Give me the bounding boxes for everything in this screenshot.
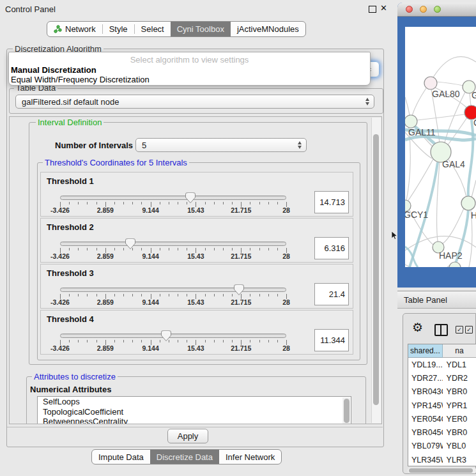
- settings-vertical-scrollbar[interactable]: [371, 118, 381, 423]
- network-node-gal11[interactable]: [405, 115, 417, 128]
- tab-select[interactable]: Select: [135, 22, 171, 36]
- gear-icon[interactable]: ⚙: [412, 321, 423, 334]
- slider-tick: [268, 340, 269, 342]
- threshold-4-slider-thumb[interactable]: [160, 330, 172, 342]
- threshold-1-slider-track[interactable]: [60, 196, 286, 200]
- network-canvas[interactable]: GAL80GCGAL11GAL4GCY1HHAP2: [405, 27, 476, 267]
- dropdown-option-manual-discretization[interactable]: Manual Discretization: [11, 65, 96, 75]
- slider-tick: [223, 202, 224, 204]
- network-node[interactable]: [449, 262, 461, 267]
- network-node-label: C: [473, 118, 476, 128]
- table-row[interactable]: YDL19...YDL1: [408, 358, 476, 371]
- close-icon[interactable]: ✕: [380, 3, 387, 13]
- slider-tick-label: 28: [282, 252, 290, 260]
- bottom-tab-label: Discretize Data: [157, 452, 213, 462]
- attributes-list-scrollbar[interactable]: [342, 397, 350, 424]
- threshold-4-value-field[interactable]: 11.344: [314, 329, 349, 351]
- bottom-tab-discretize-data[interactable]: Discretize Data: [150, 450, 219, 464]
- tab-style[interactable]: Style: [103, 22, 134, 36]
- network-edge[interactable]: [443, 208, 464, 243]
- threshold-3-slider-thumb[interactable]: [233, 284, 245, 296]
- attribute-item-selfloops[interactable]: SelfLoops: [38, 397, 351, 407]
- slider-tick: [69, 248, 70, 250]
- checkbox-icon[interactable]: ✓: [456, 326, 463, 334]
- network-edge[interactable]: [433, 57, 476, 77]
- slider-tick-label: 21.715: [231, 206, 251, 214]
- threshold-2-slider-thumb[interactable]: [125, 238, 136, 250]
- checkbox-icon[interactable]: ✓: [465, 326, 473, 334]
- table-horizontal-scrollbar[interactable]: [408, 468, 476, 473]
- scrollbar-thumb[interactable]: [409, 468, 473, 473]
- numerical-attributes-label: Numerical Attributes: [30, 385, 111, 394]
- attribute-item-topologicalcoefficient[interactable]: TopologicalCoefficient: [38, 407, 351, 417]
- network-edge[interactable]: [437, 162, 440, 242]
- tab-jactivemnodules[interactable]: jActiveMNodules: [231, 22, 305, 36]
- settings-scrollpane: Interval Definition Number of Intervals …: [9, 116, 382, 424]
- network-window-titlebar: [397, 3, 476, 17]
- slider-tick-label: 9.144: [142, 344, 158, 352]
- network-edge[interactable]: [436, 82, 463, 86]
- threshold-4-slider-track[interactable]: [60, 334, 286, 338]
- thresholds-group-label: Threshold's Coordinates for 5 Intervals: [43, 158, 189, 167]
- table-row[interactable]: YBR045CYBR0: [408, 426, 476, 439]
- apply-button[interactable]: Apply: [167, 429, 208, 443]
- slider-tick: [87, 294, 88, 296]
- slider-tick: [160, 248, 160, 250]
- slider-tick-label: 15.43: [187, 298, 204, 306]
- attribute-item-betweennesscentrality[interactable]: BetweennessCentrality: [38, 417, 351, 424]
- network-edge[interactable]: [405, 97, 410, 116]
- minimize-traffic-light[interactable]: [420, 6, 427, 13]
- network-edge[interactable]: [417, 114, 464, 120]
- tab-network[interactable]: Network: [47, 22, 102, 36]
- number-of-intervals-spinner[interactable]: 5: [135, 138, 307, 152]
- slider-tick: [141, 248, 142, 250]
- network-edge[interactable]: [472, 180, 476, 197]
- network-edge[interactable]: [408, 159, 433, 201]
- table-data-combobox[interactable]: galFiltered.sif default node: [15, 95, 374, 109]
- slider-tick: [141, 340, 142, 342]
- threshold-3-value-field[interactable]: 21.4: [314, 283, 349, 305]
- threshold-1-value-field[interactable]: 14.713: [314, 191, 349, 213]
- bottom-tab-infer-network[interactable]: Infer Network: [219, 450, 281, 464]
- network-edge-highlighted[interactable]: [454, 120, 473, 267]
- slider-tick: [232, 202, 233, 204]
- tab-label: Network: [65, 24, 96, 34]
- dropdown-option-equal-width-frequency[interactable]: Equal Width/Frequency Discretization: [11, 75, 150, 84]
- threshold-3-slider-track[interactable]: [60, 288, 286, 292]
- slider-tick: [268, 294, 269, 296]
- table-row[interactable]: YLR345WYLR3: [408, 453, 476, 466]
- threshold-1-slider-thumb[interactable]: [185, 192, 196, 204]
- table-row[interactable]: YPR145WYPR1: [408, 399, 476, 412]
- cell-name: YER0: [443, 415, 476, 424]
- threshold-2-value-field[interactable]: 6.316: [314, 237, 349, 259]
- slider-tick-label: -3.426: [50, 206, 70, 214]
- tab-cyni-toolbox[interactable]: Cyni Toolbox: [171, 22, 231, 36]
- network-edge[interactable]: [470, 93, 471, 106]
- network-edge[interactable]: [412, 88, 426, 116]
- table-row[interactable]: YDR27...YDR2: [408, 371, 476, 385]
- slider-tick: [259, 294, 260, 296]
- bottom-tab-impute-data[interactable]: Impute Data: [92, 450, 150, 464]
- threshold-2-slider-track[interactable]: [60, 242, 286, 246]
- zoom-traffic-light[interactable]: [434, 6, 441, 13]
- slider-tick-label: 15.43: [187, 252, 204, 260]
- numerical-attributes-list[interactable]: SelfLoopsTopologicalCoefficientBetweenne…: [37, 396, 351, 424]
- column-header-shared-name[interactable]: shared...: [408, 344, 443, 358]
- network-node-gal80[interactable]: [424, 77, 437, 89]
- table-row[interactable]: YBR043CYBR0: [408, 385, 476, 399]
- slider-tick-label: 28: [282, 298, 290, 306]
- close-traffic-light[interactable]: [406, 6, 413, 13]
- network-node-label: GAL11: [408, 127, 436, 137]
- network-node-label: GAL4: [442, 159, 465, 169]
- scrollbar-thumb[interactable]: [373, 134, 379, 405]
- table-row[interactable]: YER054CYER0: [408, 412, 476, 426]
- network-node-h[interactable]: [461, 196, 475, 210]
- column-header-name[interactable]: na: [443, 344, 476, 358]
- spinner-stepper-icon: [298, 141, 302, 149]
- table-row[interactable]: YBL079WYBL0: [408, 440, 476, 453]
- slider-tick: [250, 202, 250, 204]
- network-edge[interactable]: [405, 265, 450, 267]
- split-panel-icon[interactable]: [434, 324, 448, 336]
- float-window-icon[interactable]: [369, 6, 376, 13]
- slider-tick: [223, 248, 224, 250]
